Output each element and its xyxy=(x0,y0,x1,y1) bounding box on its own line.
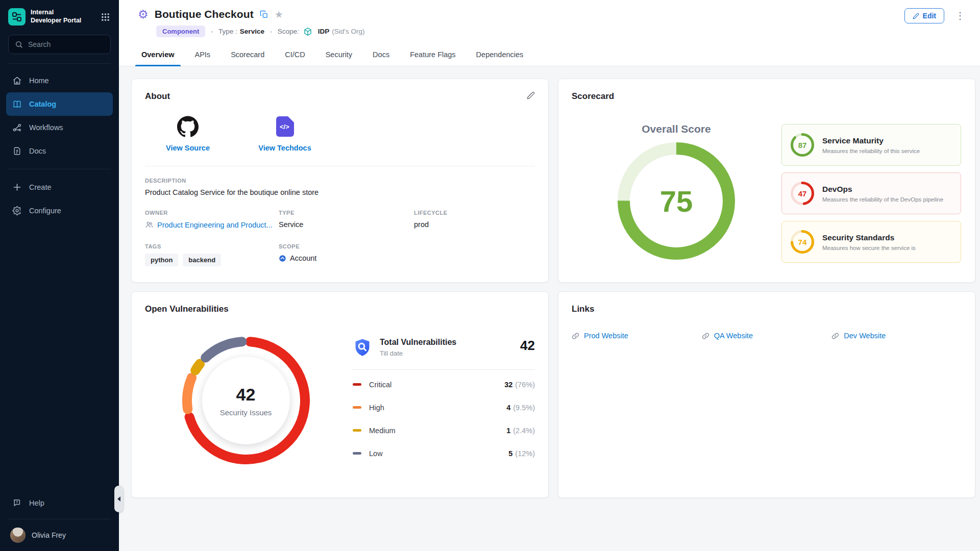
sidebar-item-docs[interactable]: Docs xyxy=(6,139,113,163)
sidebar-item-workflows[interactable]: Workflows xyxy=(6,116,113,139)
link-icon xyxy=(831,332,839,340)
severity-row-high: High 4 (9.5%) xyxy=(353,396,535,419)
links-card: Links Prod Website QA Website Dev Web xyxy=(558,291,975,498)
overall-score-value: 75 xyxy=(618,142,735,260)
page-header: ⚙ Boutique Checkout ★ Component • Type :… xyxy=(119,0,980,37)
sidebar: Internal Developer Portal Search Home xyxy=(0,0,119,551)
content-area: About View Source </> xyxy=(119,66,980,551)
avatar xyxy=(10,528,26,543)
search-icon xyxy=(15,40,23,48)
high-dash-icon xyxy=(353,406,361,409)
tab-bar: Overview APIs Scorecard CI/CD Security D… xyxy=(119,44,980,66)
sidebar-divider xyxy=(8,169,111,169)
links-title: Links xyxy=(572,304,962,314)
github-icon xyxy=(177,116,199,137)
chevron-left-icon xyxy=(117,496,120,502)
dev-website-link[interactable]: Dev Website xyxy=(831,332,962,340)
total-vulnerabilities-row: Total Vulnerabilities Till date 42 xyxy=(353,338,535,357)
tag-chip[interactable]: backend xyxy=(183,254,221,266)
shield-search-icon xyxy=(353,338,372,357)
overall-score-donut: 75 xyxy=(618,142,735,260)
low-dash-icon xyxy=(353,452,361,455)
component-gear-icon: ⚙ xyxy=(138,9,149,20)
sidebar-item-home[interactable]: Home xyxy=(6,69,113,92)
kebab-menu-icon[interactable]: ⋮ xyxy=(952,9,968,22)
help-icon: ? xyxy=(12,498,22,508)
home-icon xyxy=(12,76,22,86)
about-card: About View Source </> xyxy=(131,79,549,283)
tab-cicd[interactable]: CI/CD xyxy=(275,44,315,66)
overall-score-label: Overall Score xyxy=(642,123,710,135)
sidebar-item-create[interactable]: Create xyxy=(6,176,113,199)
description-value: Product Catalog Service for the boutique… xyxy=(145,188,535,196)
owner-field: OWNER Product Engineering and Product... xyxy=(145,210,279,229)
apps-grid-icon[interactable] xyxy=(100,11,111,22)
sidebar-collapse-handle[interactable] xyxy=(114,486,123,512)
vulnerabilities-donut: 42 Security Issues xyxy=(182,337,310,464)
owner-link[interactable]: Product Engineering and Product... xyxy=(157,221,273,229)
docs-icon xyxy=(12,146,22,156)
breadcrumb: Component • Type : Service • Scope: IDP … xyxy=(156,26,962,37)
svg-text:</>: </> xyxy=(280,123,289,131)
sidebar-bottom: ? Help Olivia Frey xyxy=(6,491,113,551)
view-source-link[interactable]: View Source xyxy=(157,116,218,152)
tab-dependencies[interactable]: Dependencies xyxy=(466,44,534,66)
search-input[interactable]: Search xyxy=(8,35,111,54)
plus-icon xyxy=(12,183,22,192)
about-title: About xyxy=(145,91,535,102)
scope-label: Scope: xyxy=(278,28,299,35)
tab-feature-flags[interactable]: Feature Flags xyxy=(400,44,465,66)
total-vulnerabilities-value: 42 xyxy=(520,339,535,352)
edit-button[interactable]: Edit xyxy=(904,8,944,23)
critical-dash-icon xyxy=(353,383,361,386)
sidebar-item-configure[interactable]: Configure xyxy=(6,199,113,222)
medium-dash-icon xyxy=(353,429,361,432)
severity-row-critical: Critical 32 (76%) xyxy=(353,373,535,396)
copy-icon[interactable] xyxy=(260,10,268,19)
score-item-service-maturity[interactable]: 87 Service Maturity Measures the reliabi… xyxy=(781,124,961,166)
sidebar-item-catalog[interactable]: Catalog xyxy=(6,92,113,116)
catalog-icon xyxy=(12,99,22,109)
logo-row: Internal Developer Portal xyxy=(6,0,113,32)
scope-field: SCOPE Account xyxy=(279,243,414,266)
app-logo-icon xyxy=(8,8,26,26)
gear-icon xyxy=(12,206,22,215)
pencil-icon xyxy=(913,13,919,19)
type-label: Type : xyxy=(218,28,237,35)
link-icon xyxy=(702,332,709,340)
view-techdocs-link[interactable]: </> View Techdocs xyxy=(254,116,315,152)
user-name: Olivia Frey xyxy=(32,531,66,539)
prod-website-link[interactable]: Prod Website xyxy=(572,332,702,340)
tag-chip[interactable]: python xyxy=(145,254,178,266)
main-area: ⚙ Boutique Checkout ★ Component • Type :… xyxy=(119,0,980,551)
about-edit-pencil-icon[interactable] xyxy=(527,91,535,102)
tags-field: TAGS python backend xyxy=(145,243,279,266)
link-icon xyxy=(572,332,579,340)
score-item-devops[interactable]: 47 DevOps Measures the reliability of th… xyxy=(781,172,961,214)
divider xyxy=(145,166,535,166)
score-item-security-standards[interactable]: 74 Security Standards Measures how secur… xyxy=(781,221,961,263)
sidebar-item-help[interactable]: ? Help xyxy=(6,491,113,515)
sidebar-divider xyxy=(8,519,111,519)
type-value: Service xyxy=(240,28,264,35)
lifecycle-field: LIFECYCLE prod xyxy=(414,210,535,229)
qa-website-link[interactable]: QA Website xyxy=(702,332,832,340)
sidebar-divider xyxy=(8,63,111,64)
tab-docs[interactable]: Docs xyxy=(362,44,400,66)
severity-row-medium: Medium 1 (2.4%) xyxy=(353,419,535,442)
page-title: Boutique Checkout xyxy=(155,8,254,20)
scorecard-card: Scorecard Overall Score 75 87 xyxy=(558,79,975,283)
star-icon[interactable]: ★ xyxy=(275,10,283,19)
tab-security[interactable]: Security xyxy=(315,44,362,66)
techdocs-icon: </> xyxy=(275,116,295,137)
type-field: TYPE Service xyxy=(279,210,414,229)
tab-scorecard[interactable]: Scorecard xyxy=(220,44,275,66)
svg-text:?: ? xyxy=(16,500,18,504)
tab-apis[interactable]: APIs xyxy=(185,44,221,66)
tab-overview[interactable]: Overview xyxy=(131,44,185,66)
user-menu[interactable]: Olivia Frey xyxy=(6,523,113,544)
cube-icon xyxy=(303,27,312,36)
vulnerabilities-title: Open Vulnerabilities xyxy=(145,304,535,314)
app-window: Internal Developer Portal Search Home xyxy=(0,0,980,551)
scope-name: IDP xyxy=(318,28,330,35)
